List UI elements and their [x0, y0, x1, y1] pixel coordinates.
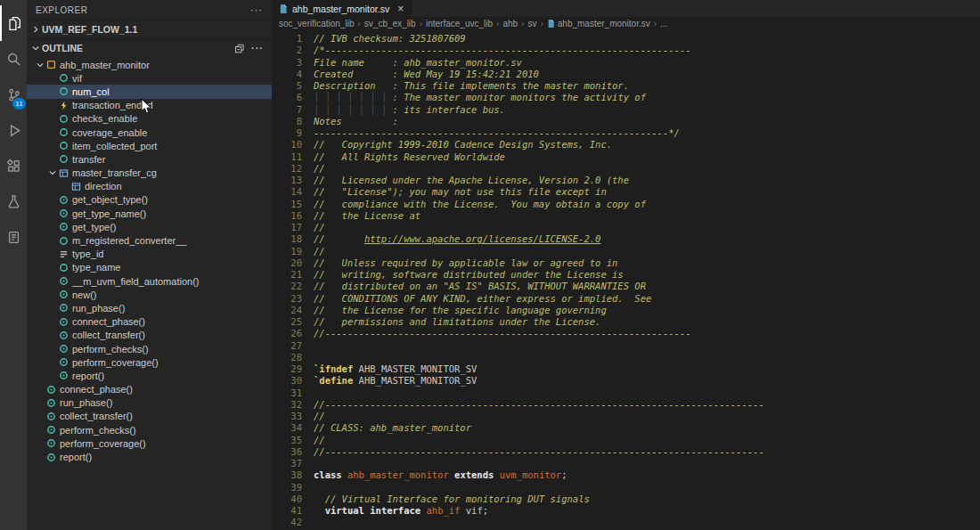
breadcrumb-item[interactable]: sv_cb_ex_lib — [364, 19, 416, 29]
outline-item-label: vif — [72, 73, 82, 84]
code-line[interactable]: 12// — [272, 163, 980, 175]
outline-item-item_collected_port[interactable]: item_collected_port — [27, 139, 272, 152]
outline-item-perform_checks[interactable]: perform_checks() — [27, 342, 272, 355]
outline-item-get_type[interactable]: get_type() — [27, 220, 272, 233]
code-line[interactable]: 16// the License at — [272, 210, 980, 222]
code-line[interactable]: 13// Licensed under the Apache License, … — [272, 175, 980, 186]
outline-item-connect_phase[interactable]: connect_phase() — [27, 383, 272, 396]
code-line[interactable]: 25// permissions and limitations under t… — [272, 316, 980, 328]
outline-item-label: type_name — [72, 262, 120, 273]
code-line[interactable]: 24// the License for the specific langua… — [272, 305, 980, 316]
section-uvm-ref-flow[interactable]: UVM_REF_FLOW_1.1 — [27, 20, 272, 38]
outline-item-ahb_master_monitor[interactable]: ahb_master_monitor — [27, 58, 272, 71]
outline-item-checks_enable[interactable]: checks_enable — [27, 112, 272, 126]
activity-search-icon[interactable] — [0, 41, 27, 77]
outline-item-perform_checks[interactable]: perform_checks() — [27, 423, 272, 436]
activity-explorer-icon[interactable] — [0, 5, 27, 41]
outline-item-direction[interactable]: direction — [27, 180, 272, 193]
code-line[interactable]: 8Notes : — [272, 116, 980, 127]
code-area[interactable]: 1// IVB checksum: 32518076092/*---------… — [272, 30, 980, 530]
code-line[interactable]: 23// CONDITIONS OF ANY KIND, either expr… — [272, 293, 980, 305]
outline-item-__m_uvm_field_automation[interactable]: __m_uvm_field_automation() — [27, 274, 272, 288]
code-line[interactable]: 18// http://www.apache.org/licenses/LICE… — [272, 233, 980, 245]
outline-item-type_id[interactable]: type_id — [27, 248, 272, 261]
section-outline[interactable]: OUTLINE ··· — [27, 38, 272, 57]
code-line[interactable]: 30`define AHB_MASTER_MONITOR_SV — [272, 375, 980, 387]
outline-item-new[interactable]: new() — [27, 288, 272, 301]
close-icon[interactable]: × — [397, 3, 404, 15]
breadcrumb-item[interactable]: ... — [660, 19, 667, 29]
outline-item-get_object_type[interactable]: get_object_type() — [27, 193, 272, 207]
code-line[interactable]: 28 — [272, 352, 980, 363]
code-line[interactable]: 3File name : ahb_master_monitor.sv — [272, 57, 980, 69]
outline-item-perform_coverage[interactable]: perform_coverage() — [27, 355, 272, 369]
code-line[interactable]: 31 — [272, 387, 980, 399]
code-line[interactable]: 7│ │ │ │ │ │ │ : its interface bus. — [272, 104, 980, 116]
breadcrumb-item[interactable]: soc_verification_lib — [279, 19, 355, 29]
outline-item-collect_transfer[interactable]: collect_transfer() — [27, 410, 272, 423]
breadcrumb-item[interactable]: sv — [527, 19, 536, 29]
twistie-chevron-down-icon[interactable] — [46, 168, 58, 177]
outline-item-num_col[interactable]: num_col — [27, 85, 272, 98]
code-line[interactable]: 42 — [272, 517, 980, 528]
code-line[interactable]: 5Description : This file implements the … — [272, 80, 980, 92]
code-line[interactable]: 21// writing, software distributed under… — [272, 269, 980, 281]
code-line[interactable]: 22// distributed on an "AS IS" BASIS, WI… — [272, 281, 980, 292]
outline-item-report[interactable]: report() — [27, 369, 272, 382]
code-line[interactable]: 15// compliance with the License. You ma… — [272, 199, 980, 210]
code-line[interactable]: 14// "License"); you may not use this fi… — [272, 186, 980, 198]
code-line[interactable]: 38class ahb_master_monitor extends uvm_m… — [272, 469, 980, 481]
outline-item-run_phase[interactable]: run_phase() — [27, 396, 272, 410]
code-line[interactable]: 26//------------------------------------… — [272, 328, 980, 339]
outline-item-coverage_enable[interactable]: coverage_enable — [27, 126, 272, 139]
code-line[interactable]: 10// Copyright 1999-2010 Cadence Design … — [272, 139, 980, 151]
breadcrumb-item[interactable]: ahb — [502, 19, 518, 29]
activity-notebook-icon[interactable] — [0, 219, 27, 255]
code-line[interactable]: 11// All Rights Reserved Worldwide — [272, 151, 980, 163]
outline-item-get_type_name[interactable]: get_type_name() — [27, 207, 272, 220]
explorer-more-actions-icon[interactable]: ··· — [250, 4, 263, 15]
code-line[interactable]: 17// — [272, 222, 980, 233]
collapse-all-icon[interactable] — [234, 43, 245, 53]
outline-item-vif[interactable]: vif — [27, 71, 272, 85]
outline-item-m_registered_converter__[interactable]: m_registered_converter__ — [27, 233, 272, 247]
code-line[interactable]: 29`ifndef AHB_MASTER_MONITOR_SV — [272, 363, 980, 375]
code-line[interactable]: 35// — [272, 435, 980, 446]
code-line[interactable]: 27 — [272, 340, 980, 352]
code-line[interactable]: 40 // Virtual Interface for monitoring D… — [272, 493, 980, 505]
code-line[interactable]: 34// CLASS: ahb_master_monitor — [272, 422, 980, 434]
outline-item-report[interactable]: report() — [27, 450, 272, 463]
code-line[interactable]: 37 — [272, 458, 980, 469]
outline-more-actions-icon[interactable]: ··· — [251, 43, 264, 53]
outline-item-perform_coverage[interactable]: perform_coverage() — [27, 436, 272, 450]
code-line[interactable]: 19// — [272, 246, 980, 257]
code-line[interactable]: 20// Unless required by applicable law o… — [272, 257, 980, 269]
outline-item-master_transfer_cg[interactable]: master_transfer_cg — [27, 167, 272, 180]
breadcrumb-item[interactable]: ahb_master_monitor.sv — [547, 19, 650, 29]
code-line[interactable]: 2/*-------------------------------------… — [272, 45, 980, 56]
code-line[interactable]: 6│ │ │ │ │ │ │ : The master monitor moni… — [272, 92, 980, 103]
code-line[interactable]: 9---------------------------------------… — [272, 127, 980, 139]
code-line[interactable]: 1// IVB checksum: 3251807609 — [272, 33, 980, 45]
outline-item-collect_transfer[interactable]: collect_transfer() — [27, 329, 272, 342]
activity-source-control-icon[interactable]: 11 — [0, 77, 27, 112]
breadcrumb-item[interactable]: interface_uvc_lib — [426, 19, 493, 29]
code-line[interactable]: 4Created : Wed May 19 15:42:21 2010 — [272, 69, 980, 80]
outline-item-transaction_ended[interactable]: transaction_ended — [27, 99, 272, 112]
code-line[interactable]: 32//------------------------------------… — [272, 399, 980, 411]
code-line[interactable]: 41 virtual interface ahb_if vif; — [272, 505, 980, 517]
outline-item-transfer[interactable]: transfer — [27, 152, 272, 166]
activity-extensions-icon[interactable] — [0, 148, 27, 183]
outline-item-connect_phase[interactable]: connect_phase() — [27, 315, 272, 329]
outline-item-type_name[interactable]: type_name — [27, 261, 272, 274]
activity-testing-icon[interactable] — [0, 183, 27, 219]
twistie-chevron-down-icon[interactable] — [34, 61, 45, 69]
code-line[interactable]: 36//------------------------------------… — [272, 446, 980, 458]
tab-ahb-master-monitor-sv[interactable]: ahb_master_monitor.sv × — [272, 0, 412, 17]
code-line-text — [314, 517, 980, 528]
code-line[interactable]: 39 — [272, 482, 980, 493]
activity-run-debug-icon[interactable] — [0, 112, 27, 148]
tab-bar: ahb_master_monitor.sv × — [272, 0, 980, 17]
code-line[interactable]: 33// — [272, 411, 980, 422]
outline-item-run_phase[interactable]: run_phase() — [27, 301, 272, 314]
